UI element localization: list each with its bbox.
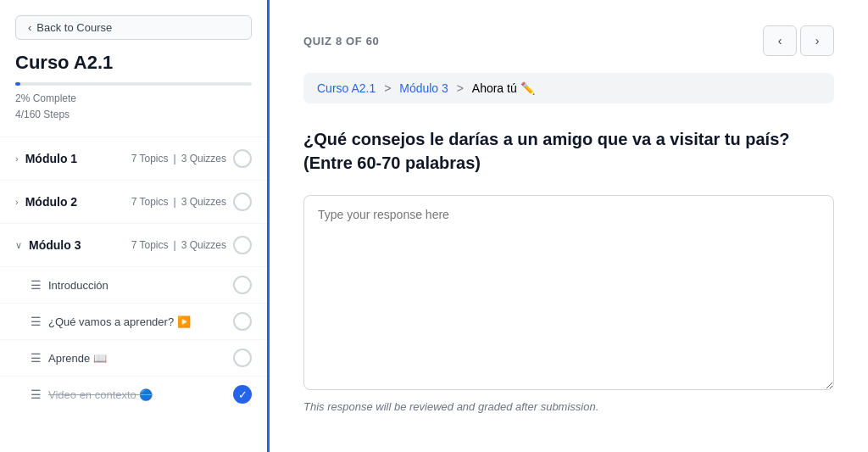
list-icon-4: ☰ [31,388,42,401]
course-title: Curso A2.1 [0,52,267,82]
nav-buttons: ‹ › [763,25,834,56]
back-to-course-button[interactable]: ‹ Back to Course [15,15,252,40]
module-item-2[interactable]: › Módulo 2 7 Topics | 3 Quizzes [0,180,267,223]
submodule-aprender[interactable]: ☰ ¿Qué vamos a aprender? ▶️ [0,303,267,339]
breadcrumb-curso[interactable]: Curso A2.1 [317,81,376,95]
next-button[interactable]: › [800,25,834,56]
chevron-left-icon: ‹ [28,21,31,34]
submodule-video-left: ☰ Video en contexto 🔵 [31,388,153,401]
chevron-down-icon-3: ∨ [15,240,22,251]
breadcrumb-ahora: Ahora tú ✏️ [472,81,535,95]
progress-bar [15,82,252,86]
breadcrumb-modulo[interactable]: Módulo 3 [399,81,448,95]
submodule-introduccion-label: Introducción [48,279,108,292]
steps-text: 4/160 Steps [15,109,70,120]
main-content: QUIZ 8 OF 60 ‹ › Curso A2.1 > Módulo 3 >… [270,0,868,452]
prev-button[interactable]: ‹ [763,25,797,56]
submodule-aprender-left: ☰ ¿Qué vamos a aprender? ▶️ [31,315,191,328]
module-2-name: Módulo 2 [25,195,77,209]
module-3-name: Módulo 3 [29,238,81,252]
module-3-right: 7 Topics | 3 Quizzes [131,236,252,254]
submission-note: This response will be reviewed and grade… [303,400,834,413]
submodule-aprende-left: ☰ Aprende 📖 [31,351,107,365]
sidebar: ‹ Back to Course Curso A2.1 2% Complete … [0,0,270,452]
breadcrumb-sep-1: > [384,81,394,95]
chevron-right-icon-1: › [15,153,19,164]
module-2-meta: 7 Topics | 3 Quizzes [131,196,226,208]
submodule-video-label: Video en contexto 🔵 [48,388,153,401]
module-2-right: 7 Topics | 3 Quizzes [131,193,252,211]
breadcrumb: Curso A2.1 > Módulo 3 > Ahora tú ✏️ [303,73,834,103]
quiz-label: QUIZ 8 OF 60 [303,35,379,47]
question-text: ¿Qué consejos le darías a un amigo que v… [303,127,834,175]
module-1-name: Módulo 1 [25,152,77,165]
quiz-header: QUIZ 8 OF 60 ‹ › [303,25,834,56]
submodule-introduccion[interactable]: ☰ Introducción [0,266,267,303]
progress-percent-text: 2% Complete [15,92,76,104]
module-2-left: › Módulo 2 [15,195,77,209]
module-1-left: › Módulo 1 [15,152,77,165]
response-textarea[interactable] [303,195,834,390]
submodule-aprender-label: ¿Qué vamos a aprender? ▶️ [48,315,191,328]
breadcrumb-sep-2: > [457,81,467,95]
module-item-1[interactable]: › Módulo 1 7 Topics | 3 Quizzes [0,137,267,180]
submodule-aprende-check [233,349,252,367]
submodule-video[interactable]: ☰ Video en contexto 🔵 ✓ [0,376,267,412]
submodule-aprende[interactable]: ☰ Aprende 📖 [0,339,267,376]
submodule-aprende-label: Aprende 📖 [48,352,107,365]
module-3-check [233,236,252,254]
submodule-aprender-check [233,312,252,331]
module-item-3[interactable]: ∨ Módulo 3 7 Topics | 3 Quizzes [0,223,267,266]
chevron-right-icon-2: › [15,197,19,207]
list-icon-2: ☰ [31,315,42,328]
module-1-meta: 7 Topics | 3 Quizzes [131,153,226,165]
module-1-check [233,149,252,168]
progress-bar-fill [15,82,20,86]
module-3-left: ∨ Módulo 3 [15,238,81,252]
submodule-video-check: ✓ [233,385,252,404]
submodule-introduccion-left: ☰ Introducción [31,278,108,292]
module-1-right: 7 Topics | 3 Quizzes [131,149,252,168]
list-icon-3: ☰ [31,351,42,365]
module-3-meta: 7 Topics | 3 Quizzes [131,239,226,251]
progress-text: 2% Complete 4/160 Steps [0,91,267,137]
back-label: Back to Course [36,21,112,34]
submodule-introduccion-check [233,276,252,294]
module-2-check [233,193,252,211]
list-icon-1: ☰ [31,278,42,292]
